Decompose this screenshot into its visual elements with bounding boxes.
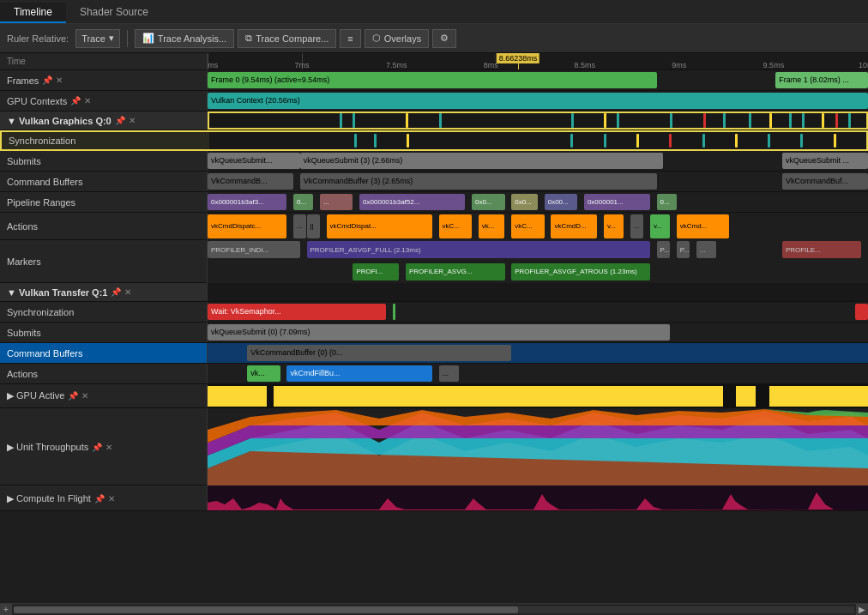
settings-button[interactable]: ⚙ [432,29,456,48]
marker1-bar[interactable]: PROFILER_INDI... [208,241,300,258]
unit-throughputs-label-cell: ▶ Unit Throughputs 📌 ✕ [0,408,208,485]
cmdbuf2-bar[interactable]: VkCommandBuffer (3) (2.65ms) [300,173,657,189]
pin-icon5[interactable]: 📌 [68,391,78,401]
cmd-buffers-track[interactable]: VkCommandB... VkCommandBuffer (3) (2.65m… [208,172,868,191]
close-icon4[interactable]: ✕ [124,287,131,297]
action5-bar[interactable]: vkC... [511,214,545,239]
action6-bar[interactable]: vkCmdD... [551,214,597,239]
marker6-bar[interactable]: PROFILE... [782,241,861,258]
marker3-bar[interactable]: P... [657,241,670,258]
list-button[interactable]: ≡ [340,29,360,48]
gpu-contexts-row: GPU Contexts 📌 ✕ Vulkan Context (20.56ms… [0,91,868,112]
action-dots2[interactable]: || [307,214,320,239]
tab-shader-source[interactable]: Shader Source [66,3,162,23]
transfer-cmd-track[interactable]: VkCommandBuffer (0) (0... [208,343,868,363]
frames-track[interactable]: Frame 0 (9.54ms) (active=9.54ms) Frame 1… [208,70,868,90]
pin-icon7[interactable]: 📌 [94,494,105,503]
pin-icon6[interactable]: 📌 [92,443,102,452]
close-icon2[interactable]: ✕ [84,96,91,106]
transfer-action1-bar[interactable]: vk... [247,365,280,381]
timeline-area[interactable]: Time 6.5ms 7ms 7.5ms 8ms 8.5ms 9ms 9.5ms… [0,53,868,603]
pin-icon3[interactable]: 📌 [115,116,125,125]
vulkan-graphics-header-track[interactable] [208,112,868,130]
unit-throughputs-track[interactable] [208,408,868,485]
gpu-context-bar[interactable]: Vulkan Context (20.56ms) [208,93,868,108]
ruler-dropdown[interactable]: Trace ▾ [75,29,120,48]
scrollbar-thumb[interactable] [14,606,518,613]
cmdbuf1-bar[interactable]: VkCommandB... [208,173,293,189]
pipeline7-bar[interactable]: 0x00... [545,194,578,209]
action8-bar[interactable]: v... [650,214,670,239]
transfer-sync-red-bar[interactable] [855,304,868,319]
submit3-bar[interactable]: vkQueueSubmit ... [782,153,868,168]
gpu-active-track[interactable] [208,384,868,408]
gpu-contexts-track[interactable]: Vulkan Context (20.56ms) [208,91,868,111]
transfer-action2-bar[interactable]: vkCmdFillBu... [286,365,431,381]
cmdbuf3-bar[interactable]: VkCommandBuf... [782,173,868,189]
transfer-cmdbuf-bar[interactable]: VkCommandBuffer (0) (0... [247,345,511,360]
trace-compare-button[interactable]: ⧉ Trace Compare... [238,29,336,48]
pipeline-track[interactable]: 0x000001b3af3... 0... ... 0x000001b3af52… [208,192,868,212]
submit1-bar[interactable]: vkQueueSubmit... [208,153,300,168]
pipeline4-bar[interactable]: 0x000001b3af52... [359,194,465,209]
action9-bar[interactable]: vkCmd... [677,214,730,239]
action7-bar[interactable]: v... [604,214,624,239]
ruler-10ms: 10ms [859,61,868,69]
transfer-submits-track[interactable]: vkQueueSubmit (0) (7.09ms) [208,323,868,342]
close-icon5[interactable]: ✕ [81,391,88,401]
transfer-action-dots[interactable]: ... [439,365,459,381]
markers-track[interactable]: PROFILER_INDI... PROFILER_ASVGF_FULL (2.… [208,240,868,283]
close-icon[interactable]: ✕ [56,75,63,85]
pipeline1-bar[interactable]: 0x000001b3af3... [208,194,286,209]
vulkan-transfer-header-track[interactable] [208,283,868,301]
action4-bar[interactable]: vk... [479,214,505,239]
scroll-add-button[interactable]: + [0,604,12,616]
pin-icon2[interactable]: 📌 [70,96,81,106]
scrollbar-track[interactable] [14,606,854,613]
action-dots3[interactable]: ... [630,214,643,239]
trace-analysis-button[interactable]: 📊 Trace Analysis... [135,29,234,48]
submit2-bar[interactable]: vkQueueSubmit (3) (2.66ms) [300,153,664,168]
pipeline6-bar[interactable]: 0x0... [511,194,538,209]
close-icon6[interactable]: ✕ [105,443,112,452]
overlays-button[interactable]: ⬡ Overlays [365,29,429,48]
action2-bar[interactable]: vkCmdDispat... [327,214,432,239]
bottom-scrollbar[interactable]: + ▶ [0,603,868,615]
frame1-bar[interactable]: Frame 1 (8.02ms) ... [775,72,868,87]
transfer-actions-label: Actions [7,369,38,379]
marker9-bar[interactable]: PROFILER_ASVGF_ATROUS (1.23ms) [511,263,650,280]
tab-timeline[interactable]: Timeline [0,3,66,23]
list-icon: ≡ [347,33,353,44]
close-icon7[interactable]: ✕ [108,494,115,503]
marker2-bar[interactable]: PROFILER_ASVGF_FULL (2.13ms) [307,241,650,258]
transfer-submit-bar[interactable]: vkQueueSubmit (0) (7.09ms) [208,324,670,340]
transfer-actions-track[interactable]: vk... vkCmdFillBu... ... [208,364,868,383]
pin-icon[interactable]: 📌 [42,75,52,85]
marker5-bar[interactable]: ... [696,241,716,258]
svg-marker-5 [208,492,868,511]
action1-bar[interactable]: vkCmdDispatc... [208,214,286,239]
action3-bar[interactable]: vkC... [439,214,473,239]
action-dots1[interactable]: ... [293,214,306,239]
pipeline3-bar[interactable]: ... [320,194,353,209]
submits-track[interactable]: vkQueueSubmit... vkQueueSubmit (3) (2.66… [208,151,868,171]
scroll-right-button[interactable]: ▶ [856,604,868,616]
compute-track[interactable] [208,485,868,511]
sync-track[interactable] [209,132,866,149]
pipeline9-bar[interactable]: 0... [657,194,677,209]
marker4-bar[interactable]: P... [677,241,690,258]
wait-semaphor-bar[interactable]: Wait: VkSemaphor... [208,304,386,319]
ruler-6-5ms: 6.5ms [208,61,218,69]
pipeline2-bar[interactable]: 0... [293,194,313,209]
frame0-bar[interactable]: Frame 0 (9.54ms) (active=9.54ms) [208,72,657,87]
marker7-bar[interactable]: PROFI... [353,263,399,280]
actions-track[interactable]: vkCmdDispatc... ... || vkCmdDispat... vk… [208,213,868,240]
marker8-bar[interactable]: PROFILER_ASVG... [406,263,505,280]
close-icon3[interactable]: ✕ [129,116,136,125]
ruler-track[interactable]: 6.5ms 7ms 7.5ms 8ms 8.5ms 9ms 9.5ms 10ms… [208,53,868,69]
pin-icon4[interactable]: 📌 [111,287,121,297]
pipeline5-bar[interactable]: 0x0... [472,194,505,209]
gpu-active-bar2 [274,386,723,407]
transfer-sync-track[interactable]: Wait: VkSemaphor... [208,302,868,322]
pipeline8-bar[interactable]: 0x000001... [584,194,650,209]
